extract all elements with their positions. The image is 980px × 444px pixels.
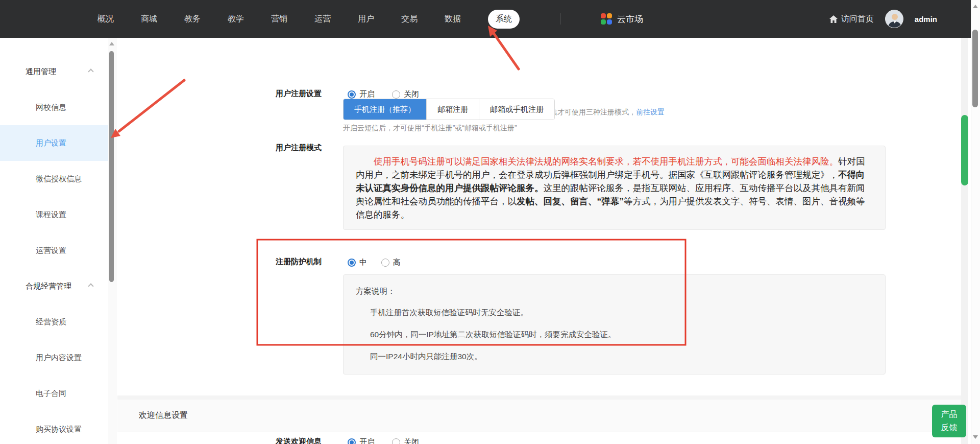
radio-label: 中 xyxy=(359,258,367,267)
register-setting-radio-group: 开启 关闭 xyxy=(348,89,419,99)
nav-item-trade[interactable]: 交易 xyxy=(401,14,418,25)
feedback-line2: 反馈 xyxy=(932,421,966,434)
sidebar-item-school-info[interactable]: 网校信息 xyxy=(0,89,108,125)
home-icon xyxy=(829,15,838,23)
sidebar-item-purchase-agreement[interactable]: 购买协议设置 xyxy=(0,411,108,444)
welcome-section-header: 欢迎信息设置 xyxy=(117,400,961,432)
radio-label: 关闭 xyxy=(404,89,419,99)
sidebar-item-user-settings[interactable]: 用户设置 xyxy=(0,125,108,161)
sidebar-group-general[interactable]: 通用管理 xyxy=(0,54,108,89)
sidebar-group-label: 合规经营管理 xyxy=(26,282,71,291)
sidebar-group-label: 通用管理 xyxy=(26,67,56,77)
visit-home-label: 访问首页 xyxy=(841,14,874,25)
cloud-market-logo-icon xyxy=(601,13,612,25)
go-to-settings-link[interactable]: 前往设置 xyxy=(636,108,665,116)
radio-checked-icon[interactable] xyxy=(348,259,356,267)
content-scrollbar-track[interactable] xyxy=(961,38,968,444)
cloud-market-label: 云市场 xyxy=(617,13,643,25)
send-welcome-label: 发送欢迎信息 xyxy=(276,437,322,444)
radio-protection-medium[interactable]: 中 xyxy=(348,258,367,267)
welcome-section-title: 欢迎信息设置 xyxy=(139,410,188,421)
radio-welcome-on[interactable]: 开启 xyxy=(348,437,375,444)
scroll-up-arrow-icon[interactable] xyxy=(973,5,978,8)
content-scrollbar-thumb[interactable] xyxy=(961,115,968,185)
nav-item-overview[interactable]: 概况 xyxy=(97,14,114,25)
sidebar: 通用管理 网校信息 用户设置 微信授权信息 课程设置 运营设置 合规经营管理 经… xyxy=(0,38,117,444)
product-feedback-button[interactable]: 产品 反馈 xyxy=(932,405,966,437)
sidebar-group-compliance[interactable]: 合规经营管理 xyxy=(0,268,108,304)
nav-item-operation[interactable]: 运营 xyxy=(314,14,331,25)
radio-welcome-off[interactable]: 关闭 xyxy=(392,437,419,444)
radio-unchecked-icon[interactable] xyxy=(381,259,389,267)
sidebar-scroll-up-arrow-icon[interactable] xyxy=(109,42,114,45)
nav-item-marketing[interactable]: 营销 xyxy=(271,14,287,25)
radio-register-on[interactable]: 开启 xyxy=(348,89,375,99)
avatar[interactable] xyxy=(885,10,903,28)
username[interactable]: admin xyxy=(915,15,937,24)
main-content: 用户注册设置 开启 关闭 根据国家法律规定需收集用户手机号满足实名制要求，需开启… xyxy=(117,38,961,444)
chevron-up-icon xyxy=(88,283,93,289)
nav-item-academic[interactable]: 教务 xyxy=(184,14,201,25)
mode-button-email-or-phone[interactable]: 邮箱或手机注册 xyxy=(479,99,554,120)
protection-plan-box: 方案说明： 手机注册首次获取短信验证码时无安全验证。 60分钟内，同一IP地址第… xyxy=(343,274,886,375)
nav-item-users[interactable]: 用户 xyxy=(358,14,374,25)
radio-label: 开启 xyxy=(359,89,375,99)
plan-line: 手机注册首次获取短信验证码时无安全验证。 xyxy=(356,307,873,318)
sidebar-item-e-contract[interactable]: 电子合同 xyxy=(0,376,108,411)
sidebar-item-wechat-auth[interactable]: 微信授权信息 xyxy=(0,161,108,197)
radio-protection-high[interactable]: 高 xyxy=(381,258,401,267)
cloud-market-link[interactable]: 云市场 xyxy=(601,13,643,25)
browser-scrollbar-thumb[interactable] xyxy=(972,30,978,107)
sidebar-item-course-settings[interactable]: 课程设置 xyxy=(0,197,108,232)
nav-item-data[interactable]: 数据 xyxy=(445,14,461,25)
mode-button-phone[interactable]: 手机注册（推荐） xyxy=(344,99,427,120)
top-nav: 概况 商城 教务 教学 营销 运营 用户 交易 数据 系统 云市场 访问首页 xyxy=(0,0,971,38)
radio-register-off[interactable]: 关闭 xyxy=(392,89,419,99)
visit-home-link[interactable]: 访问首页 xyxy=(829,14,874,25)
section-divider xyxy=(117,395,961,400)
register-mode-button-group: 手机注册（推荐） 邮箱注册 邮箱或手机注册 xyxy=(343,99,555,120)
radio-unchecked-icon[interactable] xyxy=(392,90,400,99)
protection-label: 注册防护机制 xyxy=(276,257,322,267)
plan-line: 60分钟内，同一IP地址第二次获取短信验证码时，须要完成安全验证。 xyxy=(356,329,873,340)
mode-button-email[interactable]: 邮箱注册 xyxy=(427,99,479,120)
radio-label: 高 xyxy=(393,258,401,267)
sidebar-scrollbar-thumb[interactable] xyxy=(109,51,114,282)
legal-notice-box: 使用手机号码注册可以满足国家相关法律法规的网络实名制要求，若不使用手机注册方式，… xyxy=(343,146,886,230)
nav-item-teaching[interactable]: 教学 xyxy=(228,14,244,25)
protection-radio-group: 中 高 xyxy=(348,258,401,267)
sidebar-item-operation-settings[interactable]: 运营设置 xyxy=(0,232,108,268)
nav-divider xyxy=(560,13,560,25)
sidebar-item-business-qualification[interactable]: 经营资质 xyxy=(0,304,108,340)
register-mode-helper: 开启云短信后，才可使用“手机注册”或“邮箱或手机注册” xyxy=(343,124,517,133)
plan-line: 同一IP24小时内只能注册30次。 xyxy=(356,351,873,362)
scroll-down-arrow-icon[interactable] xyxy=(973,435,978,439)
sidebar-menu: 通用管理 网校信息 用户设置 微信授权信息 课程设置 运营设置 合规经营管理 经… xyxy=(0,54,108,444)
radio-unchecked-icon[interactable] xyxy=(392,438,400,444)
feedback-line1: 产品 xyxy=(932,408,966,421)
nav-item-mall[interactable]: 商城 xyxy=(141,14,157,25)
send-welcome-radio-group: 开启 关闭 xyxy=(348,437,419,444)
register-mode-label: 用户注册模式 xyxy=(276,143,322,153)
nav-item-system-active[interactable]: 系统 xyxy=(488,10,520,29)
register-setting-label: 用户注册设置 xyxy=(276,89,322,99)
radio-label: 开启 xyxy=(359,437,375,444)
nav-items: 概况 商城 教务 教学 营销 运营 用户 交易 数据 系统 云市场 xyxy=(97,10,643,29)
notice-bold-text: 发帖、回复、留言、“弹幕” xyxy=(517,196,624,206)
chevron-up-icon xyxy=(88,68,93,74)
radio-label: 关闭 xyxy=(404,437,419,444)
avatar-photo-icon xyxy=(886,10,903,28)
notice-red-text: 使用手机号码注册可以满足国家相关法律法规的网络实名制要求，若不使用手机注册方式，… xyxy=(374,156,838,167)
radio-checked-icon[interactable] xyxy=(348,90,356,99)
radio-checked-icon[interactable] xyxy=(348,438,356,444)
sidebar-item-user-content[interactable]: 用户内容设置 xyxy=(0,340,108,376)
nav-right: 访问首页 admin xyxy=(829,0,937,38)
plan-title: 方案说明： xyxy=(356,286,873,297)
